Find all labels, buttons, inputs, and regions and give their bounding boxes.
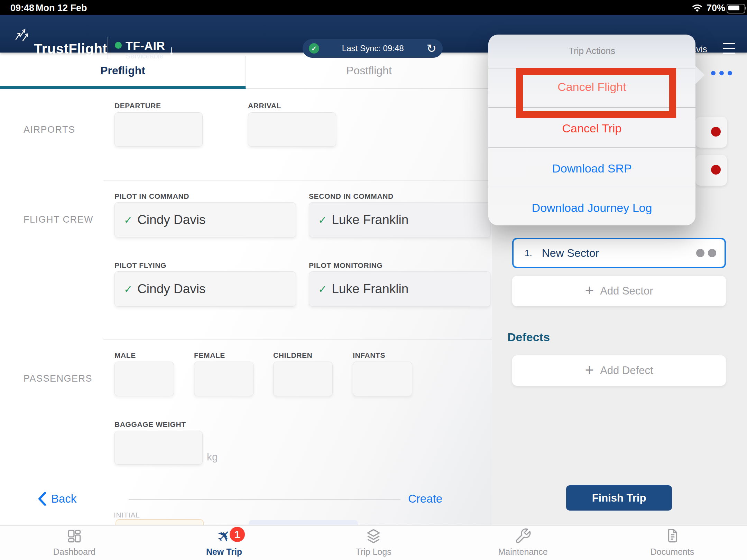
- sic-value: Luke Franklin: [332, 213, 408, 227]
- footer-divider: [129, 499, 400, 500]
- plus-icon: +: [585, 362, 594, 377]
- back-button[interactable]: Back: [37, 492, 76, 506]
- plus-icon: +: [585, 283, 594, 298]
- children-field[interactable]: [273, 362, 333, 396]
- dashboard-icon: [66, 528, 83, 545]
- male-field[interactable]: [114, 362, 174, 396]
- secondary-field-partial[interactable]: [249, 520, 358, 525]
- aircraft-status: Serviceable: [126, 52, 164, 60]
- documents-icon: [664, 528, 681, 545]
- sector-item[interactable]: 1. New Sector: [512, 238, 726, 268]
- pilot-monitoring-field[interactable]: ✓ Luke Franklin: [309, 271, 490, 307]
- trip-logs-icon: [365, 528, 382, 545]
- sector-name: New Sector: [542, 247, 599, 260]
- finish-trip-button[interactable]: Finish Trip: [566, 485, 672, 511]
- add-defect-button[interactable]: + Add Defect: [512, 355, 726, 386]
- sic-field[interactable]: ✓ Luke Franklin: [309, 202, 490, 237]
- section-divider: [103, 180, 492, 180]
- create-button[interactable]: Create: [408, 492, 442, 505]
- sic-label: SECOND IN COMMAND: [309, 192, 394, 200]
- check-icon: ✓: [124, 283, 132, 295]
- status-time: 09:48: [10, 3, 34, 13]
- status-bar: 09:48 Mon 12 Feb 70%: [0, 0, 747, 15]
- alert-dot-icon: [711, 165, 721, 175]
- sync-success-icon: ✓: [309, 43, 319, 54]
- active-tab-underline: [0, 86, 246, 89]
- sector-number: 1.: [525, 248, 532, 259]
- tab-preflight[interactable]: Preflight: [0, 64, 246, 77]
- pic-field[interactable]: ✓ Cindy Davis: [114, 202, 296, 237]
- tab-baseline: [246, 88, 492, 89]
- pic-value: Cindy Davis: [137, 213, 205, 227]
- wifi-icon: [691, 3, 703, 13]
- baggage-unit: kg: [207, 451, 218, 463]
- check-icon: ✓: [124, 214, 132, 226]
- partial-card-with-alert[interactable]: [695, 117, 727, 148]
- notification-badge: 1: [230, 527, 245, 542]
- last-sync-label: Last Sync: 09:48: [319, 44, 427, 53]
- menu-item-cancel-trip[interactable]: Cancel Trip: [488, 122, 695, 135]
- battery-nub: [745, 7, 746, 10]
- nav-maintenance[interactable]: Maintenance: [471, 528, 575, 557]
- nav-trip-logs[interactable]: Trip Logs: [322, 528, 425, 557]
- chevron-left-icon: [37, 492, 46, 506]
- departure-field[interactable]: [114, 112, 203, 147]
- trustflight-logo-icon: [15, 23, 33, 42]
- header-divider: [108, 37, 108, 59]
- menu-item-download-srp[interactable]: Download SRP: [488, 162, 695, 175]
- tab-divider: [246, 56, 246, 88]
- section-airports: AIRPORTS: [24, 124, 75, 135]
- departure-label: DEPARTURE: [114, 102, 161, 110]
- popover-divider: [488, 187, 695, 187]
- nav-dashboard[interactable]: Dashboard: [22, 528, 126, 557]
- pilot-flying-field[interactable]: ✓ Cindy Davis: [114, 271, 296, 307]
- maintenance-wrench-icon: [514, 528, 532, 545]
- infants-label: INFANTS: [353, 351, 385, 360]
- partial-card-with-alert[interactable]: [695, 155, 727, 186]
- baggage-weight-field[interactable]: [114, 431, 203, 465]
- arrival-field[interactable]: [248, 112, 336, 147]
- popover-arrow: [695, 66, 705, 84]
- pic-label: PILOT IN COMMAND: [114, 192, 189, 200]
- refresh-icon[interactable]: ↻: [427, 43, 437, 54]
- tab-postflight[interactable]: Postflight: [246, 64, 492, 77]
- arrival-label: ARRIVAL: [248, 102, 281, 110]
- hamburger-menu-icon[interactable]: [723, 43, 735, 54]
- check-icon: ✓: [318, 283, 327, 295]
- infants-field[interactable]: [353, 362, 412, 396]
- popover-divider: [488, 147, 695, 148]
- battery-percent: 70%: [707, 3, 725, 13]
- section-divider: [103, 339, 492, 339]
- initial-label: INITIAL: [114, 511, 140, 519]
- battery-icon: [727, 4, 745, 13]
- pilot-monitoring-value: Luke Franklin: [332, 282, 408, 296]
- defects-heading: Defects: [507, 330, 550, 344]
- add-sector-button[interactable]: + Add Sector: [512, 276, 726, 306]
- pilot-monitoring-label: PILOT MONITORING: [309, 261, 382, 270]
- menu-item-download-journey-log[interactable]: Download Journey Log: [488, 201, 695, 215]
- annotation-highlight-rect: [516, 68, 676, 118]
- trip-actions-ellipsis-button[interactable]: [711, 71, 732, 75]
- pilot-flying-label: PILOT FLYING: [114, 261, 166, 270]
- alert-dot-icon: [711, 127, 721, 137]
- popover-title: Trip Actions: [488, 46, 695, 56]
- nav-documents[interactable]: Documents: [620, 528, 724, 557]
- sector-status-dots-icon: [696, 249, 716, 257]
- status-date: Mon 12 Feb: [36, 3, 87, 13]
- aircraft-registration[interactable]: TF-AIR: [126, 39, 165, 53]
- aircraft-dropdown-arrow-icon[interactable]: ↓: [168, 43, 175, 57]
- serviceable-dot-icon: [115, 42, 122, 49]
- male-label: MALE: [114, 351, 136, 360]
- brand-title: TrustFlight: [34, 41, 107, 57]
- bottom-nav-bar: Dashboard ✈ 1 New Trip Trip Logs Mainten…: [0, 525, 747, 560]
- children-label: CHILDREN: [273, 351, 312, 360]
- nav-new-trip[interactable]: ✈ 1 New Trip: [172, 528, 276, 557]
- baggage-weight-label: BAGGAGE WEIGHT: [114, 420, 186, 429]
- section-flight-crew: FLIGHT CREW: [24, 214, 93, 225]
- section-passengers: PASSENGERS: [24, 373, 92, 384]
- check-icon: ✓: [318, 214, 327, 226]
- female-label: FEMALE: [194, 351, 225, 360]
- last-sync-pill[interactable]: ✓ Last Sync: 09:48 ↻: [303, 39, 443, 58]
- pilot-flying-value: Cindy Davis: [137, 282, 205, 296]
- female-field[interactable]: [194, 362, 253, 396]
